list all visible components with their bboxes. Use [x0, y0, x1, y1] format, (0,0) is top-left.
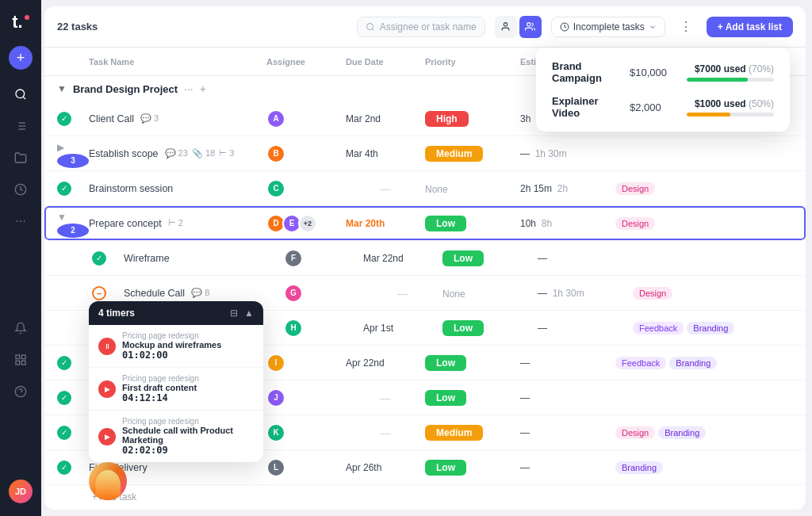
sidebar-item-more[interactable]: ··· [7, 208, 34, 235]
check-done[interactable] [57, 112, 89, 126]
task-name: Client Call [89, 113, 134, 124]
budget-used-col: $1000 used (50%) [687, 98, 774, 117]
timer-header-icons: ⊟ ▲ [230, 308, 254, 319]
task-meta: 💬 8 [191, 288, 209, 298]
task-name: Brainstorm session [89, 183, 173, 194]
add-task-list-button[interactable]: + Add task list [707, 17, 793, 37]
assignee-filter-group [495, 16, 542, 38]
tag-cell: Design [615, 182, 793, 195]
table-row-prepare-concept: ▼2 Prepare concept ⊢ 2 D E +2 Mar 20th L… [44, 206, 806, 241]
check-done[interactable] [57, 461, 89, 475]
priority-cell: High [425, 111, 520, 127]
check-done[interactable] [57, 356, 89, 370]
bottom-user-area [89, 462, 127, 500]
due-date: Mar 4th [346, 148, 425, 159]
timer-play-button[interactable]: ▶ [98, 428, 116, 445]
group-add-icon[interactable]: + [200, 82, 206, 95]
priority-badge: Low [425, 460, 466, 476]
logo-text: t. [12, 13, 22, 31]
sidebar-item-list[interactable] [7, 113, 34, 140]
svg-point-16 [527, 23, 530, 26]
priority-badge: Low [442, 320, 484, 336]
more-options-button[interactable]: ⋮ [675, 16, 697, 38]
table-row: ▶3 Establish scope 💬 23 📎 18 ⊢ 3 B Mar 4… [44, 136, 806, 171]
timer-play-button[interactable]: ▶ [98, 380, 116, 398]
budget-amount: $2,000 [630, 101, 677, 113]
user-avatar[interactable]: JD [9, 480, 33, 503]
avatar: G [284, 284, 303, 303]
avatar: L [266, 458, 285, 477]
search-bar[interactable]: Assignee or task name [357, 17, 485, 37]
priority-cell: Low [425, 355, 520, 371]
add-task-row[interactable]: + Add task [44, 485, 806, 509]
tag: Branding [615, 461, 663, 474]
logo: t. [8, 10, 33, 35]
group-menu-icon[interactable]: ··· [184, 82, 193, 95]
timer-panel-header: 4 timers ⊟ ▲ [89, 301, 263, 325]
budget-label: Explainer Video [552, 95, 620, 119]
timer-item: ▶ Pricing page redesign Schedule call wi… [89, 411, 263, 462]
timer-filter-icon[interactable]: ⊟ [230, 308, 238, 319]
col-due-date: Due Date [346, 57, 425, 67]
sub-count: ⊢ 2 [168, 218, 183, 228]
timer-expand-icon[interactable]: ▲ [244, 308, 254, 319]
pause-icon: ⏸ [104, 342, 111, 350]
timer-count: 4 timers [98, 308, 135, 319]
priority-cell: None [442, 286, 538, 300]
sidebar-item-grid[interactable] [7, 346, 34, 373]
progress-fill [687, 113, 730, 117]
check-done[interactable] [57, 391, 89, 405]
due-date: Mar 20th [346, 218, 425, 229]
due-date: — [363, 287, 442, 300]
estimated-time: — [538, 253, 633, 264]
avatar: I [266, 354, 285, 373]
add-button[interactable]: + [9, 46, 33, 70]
assignee-filter-person[interactable] [495, 16, 517, 38]
tag-cell: Design [615, 217, 793, 230]
check-partial[interactable] [92, 286, 124, 300]
priority-badge: Low [442, 250, 484, 266]
estimated-time: — [520, 462, 615, 473]
timer-info: Pricing page redesign Mockup and wirefra… [122, 331, 254, 361]
comment-count: 💬 23 [165, 148, 188, 159]
timer-pause-button[interactable]: ⏸ [98, 338, 116, 355]
avatar: K [266, 423, 285, 442]
assignee-cell: A [266, 109, 346, 128]
task-name-cell: Brainstorm session [89, 183, 266, 194]
check-done[interactable] [92, 251, 124, 266]
timer-item: ⏸ Pricing page redesign Mockup and wiref… [89, 325, 263, 368]
check-done[interactable] [57, 182, 89, 196]
sub-count: ⊢ 3 [219, 148, 234, 159]
main-panel: 22 tasks Assignee or task name Incomplet… [44, 6, 806, 510]
svg-point-14 [366, 23, 373, 29]
progress-bar [687, 78, 774, 82]
avatar: C [266, 179, 285, 198]
col-task-name: Task Name [89, 57, 266, 67]
avatar: A [266, 109, 285, 128]
assignee-filter-group-icon[interactable] [519, 16, 542, 38]
expand-icon[interactable]: ▶3 [57, 140, 89, 168]
budget-popup: Brand Campaign $10,000 $7000 used (70%) … [536, 48, 790, 132]
task-name: Prepare concept [89, 218, 162, 229]
group-chevron-icon[interactable]: ▼ [57, 83, 67, 94]
estimated-time: — [520, 392, 615, 403]
comment-count: 💬 3 [140, 113, 159, 124]
due-date: — [346, 182, 425, 195]
sidebar-item-help[interactable] [7, 378, 34, 405]
status-filter[interactable]: Incomplete tasks [551, 17, 665, 37]
task-name: Schedule Call [124, 288, 185, 299]
tag-cell: Feedback Branding [633, 322, 793, 334]
sidebar-item-clock[interactable] [7, 176, 34, 203]
due-date: — [346, 392, 425, 404]
expand-icon[interactable]: ▼2 [57, 209, 89, 238]
avatar-more: +2 [298, 214, 317, 233]
task-meta: 💬 3 [140, 113, 159, 124]
estimated-time: — 1h 30m [520, 148, 615, 159]
sidebar-item-bell[interactable] [7, 315, 34, 342]
play-icon: ▶ [105, 433, 110, 441]
svg-rect-8 [16, 355, 20, 359]
sidebar-item-search[interactable] [7, 81, 34, 108]
sidebar-item-folder[interactable] [7, 144, 34, 171]
priority-badge: High [425, 111, 469, 127]
check-done[interactable] [57, 426, 89, 440]
